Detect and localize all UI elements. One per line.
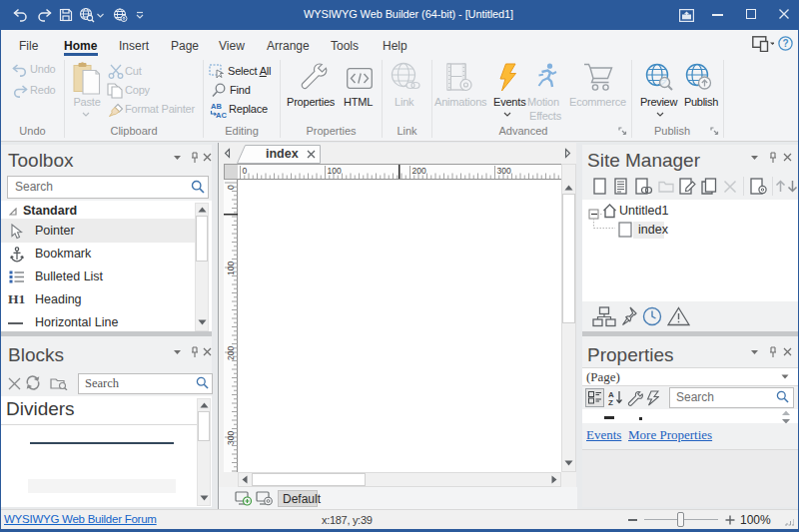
svg-text:100: 100: [226, 262, 236, 275]
svg-text:?: ?: [782, 38, 788, 49]
svg-text:0: 0: [243, 166, 248, 176]
svg-text:100: 100: [328, 166, 342, 176]
svg-text:AC: AC: [216, 111, 227, 120]
svg-text:300: 300: [226, 431, 236, 445]
svg-text:200: 200: [412, 166, 426, 176]
svg-text:200: 200: [226, 346, 236, 360]
svg-text:300: 300: [497, 166, 511, 176]
svg-text:Z: Z: [608, 398, 613, 406]
svg-text:0: 0: [226, 185, 236, 190]
